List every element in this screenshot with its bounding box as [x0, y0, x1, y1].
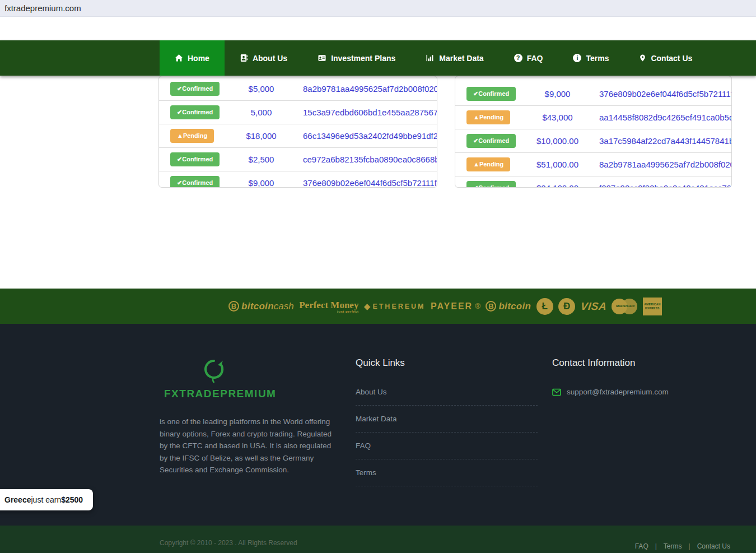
- nav-item-faq[interactable]: ? FAQ: [499, 40, 558, 76]
- hash-cell: 376e809b02e6ef044f6d5cf5b72111f2: [587, 89, 731, 99]
- bottom-link-contact-us[interactable]: Contact Us: [697, 542, 730, 550]
- brand-description: is one of the leading platforms in the W…: [160, 416, 340, 476]
- status-cell: ✔Confirmed: [159, 152, 232, 166]
- earnings-toast: Greece just earn $2500: [0, 489, 93, 510]
- ethereum-logo: ◆ ETHEREUM: [364, 302, 426, 310]
- nav-label: FAQ: [527, 54, 543, 63]
- hash-cell: aa14458f8082d9c4265ef491ca0b5d4: [587, 113, 731, 122]
- status-cell: ✔Confirmed: [159, 82, 232, 96]
- map-marker-icon: [639, 54, 646, 62]
- amount-cell: $18,000: [232, 131, 291, 141]
- nav-item-investment-plans[interactable]: Investment Plans: [302, 40, 410, 76]
- status-cell: ✔Confirmed: [159, 176, 232, 188]
- copyright-text: Copyright © 2010 - 2023 . All Rights Res…: [160, 539, 297, 547]
- litecoin-icon: Ł: [536, 298, 553, 315]
- brand-logo-icon: [201, 357, 227, 384]
- envelope-icon: [552, 388, 561, 396]
- table-row: ✔Confirmed$5,0008a2b9781aa4995625af7d2b0…: [159, 77, 437, 101]
- separator: |: [689, 542, 690, 550]
- payment-logos: B bitcoincash Perfect Money just perfect…: [228, 289, 662, 324]
- status-cell: ▲Pending: [159, 129, 232, 143]
- amount-cell: $51,000.00: [528, 160, 587, 169]
- footer-link-market-data[interactable]: Market Data: [356, 415, 538, 433]
- bottom-link-terms[interactable]: Terms: [664, 542, 682, 550]
- pending-badge: ▲Pending: [170, 129, 214, 143]
- visa-logo: VISA: [581, 300, 606, 313]
- nav-item-home[interactable]: Home: [160, 40, 225, 76]
- confirmed-badge: ✔Confirmed: [170, 176, 220, 188]
- confirmed-badge: ✔Confirmed: [170, 152, 220, 166]
- main-navbar: Home About Us Investment Plans Market Da…: [0, 40, 756, 76]
- amount-cell: $9,000: [232, 178, 291, 188]
- dash-icon: Ð: [558, 298, 575, 315]
- bottom-bar: Copyright © 2010 - 2023 . All Rights Res…: [0, 526, 756, 553]
- amex-line2: EXPRESS: [645, 306, 660, 310]
- footer-link-faq[interactable]: FAQ: [356, 442, 538, 459]
- confirmed-badge: ✔Confirmed: [170, 82, 220, 96]
- status-cell: ✔Confirmed: [159, 105, 232, 119]
- id-card-icon: [318, 54, 326, 62]
- amex-logo: AMERICAN EXPRESS: [643, 298, 662, 315]
- amount-cell: $10,000.00: [528, 136, 587, 146]
- nav-item-terms[interactable]: i Terms: [558, 40, 624, 76]
- amount-cell: $5,000: [232, 84, 291, 94]
- table-row: ▲Pending$18,00066c13496e9d53a2402fd49bbe…: [159, 124, 437, 148]
- support-email-row[interactable]: support@fxtradepremium.com: [552, 388, 737, 396]
- hash-cell: 8a2b9781aa4995625af7d2b008f020a: [291, 84, 437, 94]
- dash-logo: Ð: [558, 298, 575, 315]
- confirmed-badge: ✔Confirmed: [466, 87, 516, 101]
- mastercard-icon: MasterCard: [612, 298, 637, 315]
- bitcoincash-icon: B: [228, 301, 239, 312]
- status-cell: ✔Confirmed: [455, 181, 528, 188]
- question-circle-icon: ?: [514, 54, 522, 62]
- footer-link-about-us[interactable]: About Us: [356, 388, 538, 406]
- table-row: ✔Confirmed$24,100.00f007e92cc9f82ba9c8c4…: [455, 176, 731, 188]
- browser-url-bar[interactable]: fxtradepremium.com: [0, 0, 756, 17]
- ethereum-icon: ◆: [364, 302, 371, 310]
- nav-item-market-data[interactable]: Market Data: [410, 40, 498, 76]
- bitcoin-icon: B: [486, 301, 496, 312]
- bitcoin-word: bitcoin: [498, 301, 531, 312]
- hash-cell: f007e92cc9f82ba9c8c40c481ecc731: [587, 183, 731, 188]
- hash-cell: ce972a6b82135fcba0890ea0c8668bc: [291, 155, 437, 164]
- bitcoin-logo: B bitcoin: [486, 301, 531, 312]
- pending-badge: ▲Pending: [466, 110, 510, 124]
- toast-country: Greece: [4, 495, 31, 504]
- hash-cell: 376e809b02e6ef044f6d5cf5b72111f2: [291, 178, 437, 188]
- table-row: ✔Confirmed$9,000376e809b02e6ef044f6d5cf5…: [159, 171, 437, 188]
- perfect-money-logo: Perfect Money just perfect: [299, 300, 358, 313]
- bottom-link-faq[interactable]: FAQ: [635, 542, 648, 550]
- nav-item-about-us[interactable]: About Us: [225, 40, 302, 76]
- bitcoincash-word-light: cash: [274, 301, 294, 312]
- address-book-icon: [240, 54, 248, 62]
- nav-label: Market Data: [439, 54, 483, 63]
- pending-badge: ▲Pending: [466, 157, 510, 171]
- footer-link-terms[interactable]: Terms: [356, 468, 538, 486]
- hash-cell: 8a2b9781aa4995625af7d2b008f020a: [587, 160, 731, 169]
- contact-title: Contact Information: [552, 357, 737, 369]
- status-cell: ✔Confirmed: [455, 134, 528, 148]
- payment-methods-bar: B bitcoincash Perfect Money just perfect…: [0, 289, 756, 324]
- brand-name: FXTRADEPREMIUM: [164, 388, 264, 400]
- nav-label: Contact Us: [651, 54, 692, 63]
- bitcoincash-logo: B bitcoincash: [228, 301, 294, 312]
- support-email: support@fxtradepremium.com: [567, 388, 669, 396]
- table-row: ▲Pending$51,000.008a2b9781aa4995625af7d2…: [455, 153, 731, 176]
- amount-cell: $9,000: [528, 89, 587, 99]
- table-row: ✔Confirmed$10,000.003a17c5984af22cd7a443…: [455, 129, 731, 153]
- nav-label: Terms: [586, 54, 609, 63]
- nav-label: Investment Plans: [331, 54, 395, 63]
- nav-item-contact-us[interactable]: Contact Us: [624, 40, 707, 76]
- table-row: ✔Confirmed$2,500ce972a6b82135fcba0890ea0…: [159, 148, 437, 171]
- bottom-links: FAQ | Terms | Contact Us: [635, 542, 730, 550]
- bitcoincash-word-bold: bitcoin: [241, 301, 274, 312]
- hash-cell: 66c13496e9d53a2402fd49bbe91df298: [291, 131, 437, 141]
- confirmed-badge: ✔Confirmed: [466, 134, 516, 148]
- page: fxtradepremium.com Home About Us Investm…: [0, 0, 756, 553]
- perfect-money-title: Perfect Money: [299, 300, 358, 311]
- ethereum-word: ETHEREUM: [372, 303, 425, 310]
- hash-cell: 15c3a97edbd606bd1e455aa2875677f: [291, 108, 437, 117]
- info-circle-icon: i: [573, 54, 581, 62]
- litecoin-logo: Ł: [536, 298, 553, 315]
- status-cell: ▲Pending: [455, 110, 528, 124]
